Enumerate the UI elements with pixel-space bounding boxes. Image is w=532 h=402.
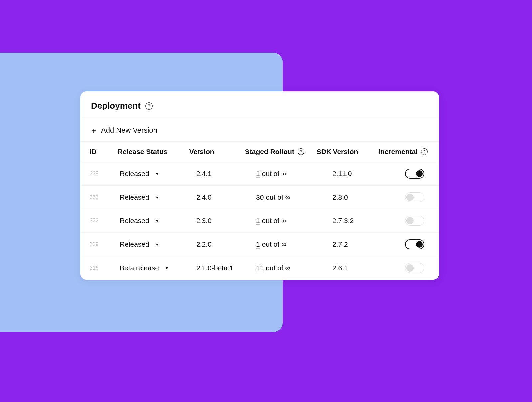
cell-status[interactable]: Released▾ (120, 217, 196, 225)
column-header-status: Release Status (118, 148, 189, 156)
rollout-suffix: out of ∞ (260, 170, 286, 177)
chevron-down-icon[interactable]: ▾ (156, 218, 158, 223)
cell-rollout[interactable]: 11 out of ∞ (256, 264, 332, 272)
card-title: Deployment (91, 101, 141, 111)
table-header: ID Release Status Version Staged Rollout… (80, 142, 439, 162)
cell-version: 2.4.0 (196, 193, 256, 201)
toggle-knob (416, 170, 423, 177)
help-icon[interactable]: ? (145, 102, 153, 110)
cell-rollout[interactable]: 1 out of ∞ (256, 240, 332, 248)
cell-incremental (399, 192, 430, 202)
rollout-suffix: out of ∞ (264, 193, 290, 201)
column-header-incremental-label: Incremental (378, 148, 418, 156)
cell-sdk: 2.6.1 (332, 264, 399, 272)
status-text: Released (120, 240, 149, 248)
help-icon[interactable]: ? (298, 148, 304, 155)
cell-sdk: 2.7.3.2 (332, 217, 399, 225)
rollout-suffix: out of ∞ (260, 217, 286, 224)
cell-id: 335 (90, 171, 120, 177)
add-version-label: Add New Version (101, 126, 157, 135)
chevron-down-icon[interactable]: ▾ (156, 171, 158, 176)
add-version-button[interactable]: ＋ Add New Version (80, 119, 439, 142)
incremental-toggle[interactable] (405, 169, 424, 179)
chevron-down-icon[interactable]: ▾ (156, 242, 158, 247)
rollout-count: 1 (256, 217, 260, 224)
incremental-toggle[interactable] (405, 192, 424, 202)
cell-incremental (399, 263, 430, 273)
table-body: 335Released▾2.4.11 out of ∞2.11.0333Rele… (80, 162, 439, 280)
column-header-rollout: Staged Rollout ? (245, 148, 317, 156)
rollout-count: 30 (256, 193, 264, 201)
cell-incremental (399, 169, 430, 179)
toggle-knob (406, 217, 414, 224)
rollout-count: 1 (256, 240, 260, 248)
card-header: Deployment ? (80, 91, 439, 119)
column-header-id: ID (90, 148, 118, 156)
toggle-knob (406, 264, 414, 272)
cell-version: 2.4.1 (196, 170, 256, 178)
cell-sdk: 2.7.2 (332, 240, 399, 248)
column-header-sdk: SDK Version (316, 148, 378, 156)
deployment-card: Deployment ? ＋ Add New Version ID Releas… (80, 91, 439, 280)
rollout-suffix: out of ∞ (264, 264, 290, 272)
rollout-count: 1 (256, 170, 260, 177)
status-text: Released (120, 193, 149, 201)
cell-version: 2.2.0 (196, 240, 256, 248)
rollout-suffix: out of ∞ (260, 240, 286, 248)
incremental-toggle[interactable] (405, 263, 424, 273)
status-text: Beta release (120, 264, 159, 272)
cell-incremental (399, 239, 430, 249)
table-row: 316Beta release▾2.1.0-beta.111 out of ∞2… (80, 256, 439, 280)
rollout-count: 11 (256, 264, 264, 272)
cell-sdk: 2.8.0 (332, 193, 399, 201)
incremental-toggle[interactable] (405, 239, 424, 249)
toggle-knob (406, 194, 414, 201)
cell-id: 332 (90, 218, 120, 224)
chevron-down-icon[interactable]: ▾ (166, 265, 168, 271)
chevron-down-icon[interactable]: ▾ (156, 195, 158, 200)
cell-rollout[interactable]: 1 out of ∞ (256, 170, 332, 178)
cell-id: 329 (90, 241, 120, 247)
cell-status[interactable]: Beta release▾ (120, 264, 196, 272)
table-row: 333Released▾2.4.030 out of ∞2.8.0 (80, 186, 439, 209)
column-header-version: Version (189, 148, 245, 156)
cell-id: 316 (90, 265, 120, 271)
incremental-toggle[interactable] (405, 216, 424, 226)
cell-version: 2.3.0 (196, 217, 256, 225)
cell-id: 333 (90, 194, 120, 200)
plus-icon: ＋ (90, 126, 98, 134)
status-text: Released (120, 217, 149, 225)
cell-version: 2.1.0-beta.1 (196, 264, 256, 272)
cell-rollout[interactable]: 30 out of ∞ (256, 193, 332, 201)
status-text: Released (120, 170, 149, 178)
help-icon[interactable]: ? (421, 148, 428, 155)
column-header-rollout-label: Staged Rollout (245, 148, 294, 156)
column-header-incremental: Incremental ? (378, 148, 430, 156)
cell-rollout[interactable]: 1 out of ∞ (256, 217, 332, 225)
deployments-table: ID Release Status Version Staged Rollout… (80, 142, 439, 280)
cell-status[interactable]: Released▾ (120, 240, 196, 248)
table-row: 329Released▾2.2.01 out of ∞2.7.2 (80, 233, 439, 256)
toggle-knob (416, 241, 423, 248)
cell-status[interactable]: Released▾ (120, 193, 196, 201)
table-row: 332Released▾2.3.01 out of ∞2.7.3.2 (80, 209, 439, 233)
cell-sdk: 2.11.0 (332, 170, 399, 178)
cell-incremental (399, 216, 430, 226)
table-row: 335Released▾2.4.11 out of ∞2.11.0 (80, 162, 439, 186)
cell-status[interactable]: Released▾ (120, 170, 196, 178)
